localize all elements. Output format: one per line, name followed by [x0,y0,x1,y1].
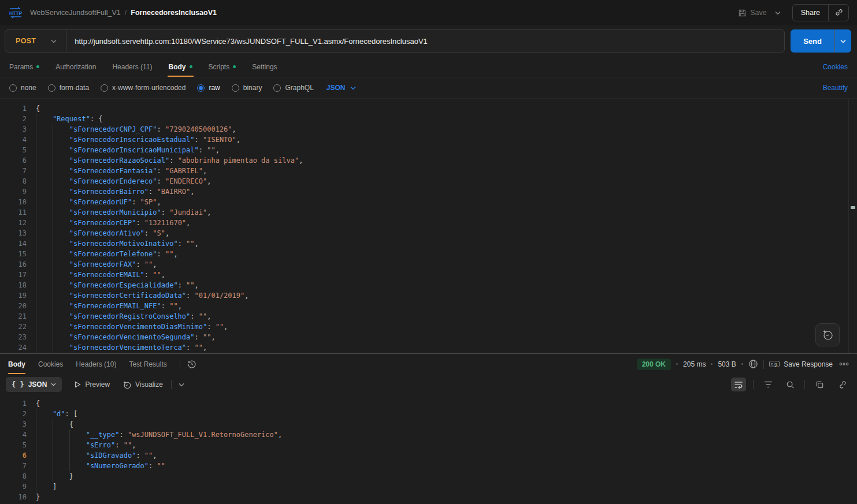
scripts-dot-indicator [233,65,236,68]
save-icon [738,9,747,17]
network-info-globe-icon[interactable] [748,359,758,369]
tab-params[interactable]: Params [8,57,40,77]
search-icon[interactable] [782,378,797,391]
code-line: 8"sFornecedorEndereco": "ENDERECO", [0,176,857,186]
mode-raw[interactable]: raw [197,84,220,92]
tab-body[interactable]: Body [168,57,194,77]
request-body-editor[interactable]: 1{2"Request": {3"sFornecedorCNPJ_CPF": "… [0,98,857,353]
tab-authorization-label: Authorization [55,63,96,71]
code-line: 2"Request": { [0,114,857,124]
response-tab-cookies[interactable]: Cookies [38,354,63,374]
tab-headers[interactable]: Headers (11) [111,57,153,77]
share-button-group: Share [792,4,849,21]
code-line: 22"sFornecedorVencimentoDiasMinimo": "", [0,322,857,332]
code-line: 16"sFornecedorFAX": "", [0,259,857,270]
cookies-link[interactable]: Cookies [823,57,848,77]
response-tab-body[interactable]: Body [8,354,25,374]
filter-icon[interactable] [760,378,776,391]
radio-form-data [48,84,55,92]
response-tab-test-results[interactable]: Test Results [129,354,166,374]
tab-scripts[interactable]: Scripts [207,57,238,77]
save-options-chevron-icon[interactable] [771,8,784,18]
code-line: 7"sNumeroGerado": "" [0,461,857,471]
method-select[interactable]: POST [5,30,66,52]
tab-scripts-label: Scripts [209,63,230,71]
mode-binary-label: binary [243,84,262,92]
code-line: 19"sFornecedorCertificadoData": "01/01/2… [0,290,857,301]
code-line: 1{ [0,398,857,409]
breadcrumb-separator: / [125,9,127,17]
copy-link-icon[interactable] [829,5,848,21]
braces-icon: { } [12,380,24,389]
response-body-viewer[interactable]: 1{2"d": [3{4"__type": "wsJUNDSOFT_FULL_V… [0,395,857,504]
response-tab-cookies-label: Cookies [38,360,63,368]
code-line: 9] [0,481,857,492]
visualize-button[interactable]: Visualize [123,380,163,389]
send-split-button: Send [791,29,851,53]
wrap-text-icon[interactable] [731,378,746,391]
code-line: 18"sFornecedorEspecialidade": "", [0,280,857,290]
response-meta: 200 OK 205 ms 503 B e.g. Save Response [637,354,849,374]
mode-raw-label: raw [209,84,220,92]
method-chevron-icon [51,39,57,43]
mode-graphql[interactable]: GraphQL [273,84,313,92]
mode-none-label: none [21,84,36,92]
send-button[interactable]: Send [791,29,834,53]
breadcrumb-collection[interactable]: WebServiceJundsoftFull_V1 [30,9,121,17]
send-options-chevron-icon[interactable] [835,29,851,53]
tab-settings[interactable]: Settings [251,57,278,77]
response-tabs: Body Cookies Headers (10) Test Results [8,354,180,374]
mode-urlencoded[interactable]: x-www-form-urlencoded [101,84,186,92]
mode-form-data[interactable]: form-data [48,84,89,92]
code-line: 13"sFornecedorAtivo": "S", [0,228,857,238]
tool-icons-separator [753,380,754,389]
response-tab-headers[interactable]: Headers (10) [76,354,116,374]
meta-separator [763,360,764,369]
response-more-options-icon[interactable] [839,361,849,367]
response-history-icon[interactable] [187,354,196,374]
response-format-select[interactable]: { } JSON [6,377,62,392]
code-line: 1{ [0,103,857,114]
status-badge[interactable]: 200 OK [637,359,671,370]
response-size[interactable]: 503 B [718,360,736,368]
topbar: HTTP WebServiceJundsoftFull_V1 / Fornece… [0,0,857,25]
response-time[interactable]: 205 ms [683,360,706,368]
code-line: 10"sFornecedorUF": "SP", [0,197,857,207]
code-line: 21"sFornecedorRegistroConselho": "", [0,311,857,322]
url-bar: POST http://jundsoft.servehttp.com:10180… [5,29,785,53]
preview-button[interactable]: Preview [75,380,110,389]
format-chevron-icon [51,383,56,386]
url-input[interactable]: http://jundsoft.servehttp.com:10180/WSer… [66,37,784,46]
code-line: 20"sFornecedorEMAIL_NFE": "", [0,301,857,311]
share-button[interactable]: Share [793,5,828,21]
mode-none[interactable]: none [9,84,36,92]
response-toolbar: { } JSON Preview Visualize [0,374,857,395]
meta-dot-separator [676,363,678,365]
code-line: 11"sFornecedorMunicipio": "Jundiai", [0,207,857,218]
request-editor-scrollbar[interactable] [848,99,857,353]
copy-icon[interactable] [812,378,827,391]
raw-language-select[interactable]: JSON [327,84,356,92]
mode-binary[interactable]: binary [232,84,262,92]
save-response-button[interactable]: e.g. Save Response [769,360,833,368]
tab-authorization[interactable]: Authorization [54,57,97,77]
link-icon[interactable] [834,378,849,391]
beautify-link[interactable]: Beautify [823,84,848,92]
radio-raw [197,84,205,92]
topbar-actions: Save Share [736,4,849,21]
breadcrumb-request-name[interactable]: FornecedoresInclusaoV1 [131,9,217,17]
save-label: Save [750,9,767,17]
body-mode-row: none form-data x-www-form-urlencoded raw… [0,77,857,98]
response-tab-test-results-label: Test Results [129,360,166,368]
code-line: 23"sFornecedorVencimentoSegunda": "", [0,332,857,342]
meta-dot-separator [741,363,743,365]
code-line: 4"__type": "wsJUNDSOFT_FULL_V1.RetornoGe… [0,430,857,440]
postbot-button[interactable] [815,323,840,346]
view-options-chevron-icon[interactable] [179,383,184,387]
code-line: 14"sFornecedorMotivoInativo": "", [0,238,857,249]
save-button[interactable]: Save [736,6,769,20]
radio-urlencoded [101,84,108,92]
params-dot-indicator [36,65,39,68]
postbot-sparkle-icon [822,329,833,341]
save-response-label: Save Response [784,360,833,368]
